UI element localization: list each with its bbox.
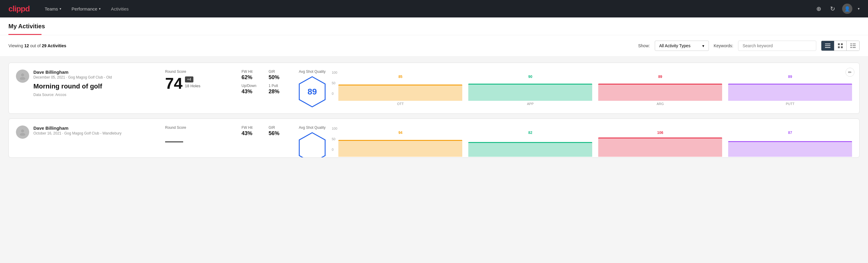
chart-y-labels-1: 100 50 0	[332, 127, 337, 151]
svg-point-16	[21, 129, 24, 133]
nav-performance[interactable]: Performance ▾	[67, 4, 105, 14]
chart-col-arg-0: 89	[598, 75, 722, 101]
activity-dropdown-chevron: ▾	[702, 43, 704, 48]
svg-rect-8	[852, 43, 856, 44]
bar-arg	[598, 138, 722, 157]
card-user-name-1: Dave Billingham	[33, 125, 160, 130]
fw-hit-label-0: FW Hit	[242, 69, 262, 74]
performance-chevron-icon: ▾	[99, 7, 101, 11]
fw-hit-value-1: 43%	[242, 130, 262, 137]
card-date-1: October 16, 2021 · Gog Magog Golf Club -…	[33, 131, 160, 136]
svg-point-14	[20, 77, 25, 80]
bar-value-app: 90	[528, 75, 532, 79]
svg-marker-18	[299, 133, 325, 158]
card-user-name-0: Dave Billingham	[33, 69, 160, 75]
bar-arg	[598, 84, 722, 101]
svg-rect-10	[852, 46, 856, 46]
avatar-1	[16, 125, 29, 139]
card-quality-1: Avg Shot Quality 100 50 0 948210687	[292, 125, 852, 158]
page-header: My Activities	[0, 18, 868, 35]
user-dropdown-chevron[interactable]: ▾	[858, 7, 860, 11]
metrics-grid-0: FW Hit 62% GIR 50% Up/Down 43% 1 Putt 28…	[242, 69, 290, 95]
activity-list: ✏ Dave Billingham December 05, 2021 · Go…	[0, 57, 868, 164]
bar-value-ott: 94	[399, 130, 402, 135]
hexagon-1	[299, 133, 326, 158]
user-avatar[interactable]: 👤	[842, 4, 852, 14]
search-input[interactable]	[738, 40, 816, 51]
chart-bars-1: 948210687	[338, 127, 852, 157]
teams-chevron-icon: ▾	[60, 7, 61, 11]
card-metrics-0: FW Hit 62% GIR 50% Up/Down 43% 1 Putt 28…	[239, 69, 292, 95]
hexagon-0: 89	[299, 77, 326, 107]
hexagon-score-0: 89	[307, 87, 317, 96]
chart-col-app-0: 90	[468, 75, 592, 101]
activity-card-1: Dave Billingham October 16, 2021 · Gog M…	[8, 119, 860, 158]
user-avatar-icon-1	[19, 128, 26, 136]
svg-rect-11	[850, 47, 852, 48]
refresh-icon[interactable]: ↻	[828, 4, 837, 13]
score-line-1	[165, 132, 183, 142]
gir-value-1: 56%	[269, 130, 290, 137]
oneputt-metric-0: 1 Putt 28%	[269, 84, 290, 95]
fw-hit-value-0: 62%	[242, 74, 262, 81]
view-toggle-detail[interactable]	[847, 41, 859, 51]
bar-ott	[338, 140, 462, 157]
quality-chart-area-0: 100 50 0 85908989 OTTAPPARGPUTT	[332, 71, 852, 106]
bar-value-ott: 85	[399, 75, 402, 79]
nav-activities[interactable]: Activities	[107, 4, 133, 14]
add-icon[interactable]: ⊕	[814, 4, 823, 13]
detail-view-icon	[850, 43, 856, 48]
edit-button-0[interactable]: ✏	[845, 68, 855, 77]
chart-axis-labels-1: OTTAPPARGPUTT	[338, 157, 852, 158]
axis-label-putt: PUTT	[728, 102, 852, 106]
gir-label-1: GIR	[269, 125, 290, 130]
avg-shot-quality-label-0: Avg Shot Quality	[299, 69, 326, 74]
card-user-info-1: Dave Billingham October 16, 2021 · Gog M…	[33, 125, 160, 139]
bar-putt	[728, 141, 852, 157]
chart-col-ott-1: 94	[338, 130, 462, 157]
filter-bar: Viewing 12 out of 29 Activities Show: Al…	[0, 35, 868, 57]
bar-app	[468, 142, 592, 157]
round-score-label-1: Round Score	[165, 125, 234, 130]
svg-rect-12	[852, 47, 856, 48]
viewing-total: 29	[42, 43, 46, 48]
chart-col-app-1: 82	[468, 130, 592, 157]
card-title-0: Morning round of golf	[33, 83, 160, 90]
axis-label-ott: OTT	[338, 102, 462, 106]
updown-label-0: Up/Down	[242, 84, 262, 88]
updown-metric-0: Up/Down 43%	[242, 84, 262, 95]
bar-value-putt: 89	[788, 75, 792, 79]
view-toggle-list[interactable]	[822, 41, 834, 51]
grid-view-icon	[838, 43, 843, 48]
view-toggles	[821, 40, 860, 51]
activity-type-value: All Activity Types	[659, 43, 690, 48]
activity-card-0: ✏ Dave Billingham December 05, 2021 · Go…	[8, 63, 860, 114]
gir-metric-1: GIR 56%	[269, 125, 290, 137]
page-title: My Activities	[8, 23, 860, 30]
nav-links: Teams ▾ Performance ▾ Activities	[40, 4, 814, 14]
quality-chart-area-1: 100 50 0 948210687 OTTAPPARGPUTT	[332, 127, 852, 158]
activity-type-dropdown[interactable]: All Activity Types ▾	[655, 40, 709, 51]
svg-point-13	[21, 74, 24, 77]
bar-app	[468, 84, 592, 101]
score-big-0: 74	[165, 76, 183, 91]
updown-value-0: 43%	[242, 88, 262, 95]
card-quality-0: Avg Shot Quality 89 100 50 0	[292, 69, 852, 107]
svg-rect-2	[825, 47, 830, 48]
logo[interactable]: clippd	[8, 4, 30, 13]
fw-hit-label-1: FW Hit	[242, 125, 262, 130]
avg-shot-quality-label-1: Avg Shot Quality	[299, 125, 326, 130]
nav-teams[interactable]: Teams ▾	[40, 4, 66, 14]
svg-rect-0	[825, 43, 830, 44]
round-score-label-0: Round Score	[165, 69, 234, 74]
svg-rect-9	[850, 46, 852, 46]
chart-col-putt-1: 87	[728, 130, 852, 157]
card-stats-1: Round Score	[160, 125, 239, 142]
bar-value-arg: 89	[658, 75, 662, 79]
axis-label-app: APP	[468, 102, 592, 106]
bar-putt	[728, 84, 852, 101]
gir-value-0: 50%	[269, 74, 290, 81]
view-toggle-grid[interactable]	[834, 41, 847, 51]
svg-rect-6	[841, 46, 843, 48]
user-avatar-icon-0	[19, 72, 26, 80]
